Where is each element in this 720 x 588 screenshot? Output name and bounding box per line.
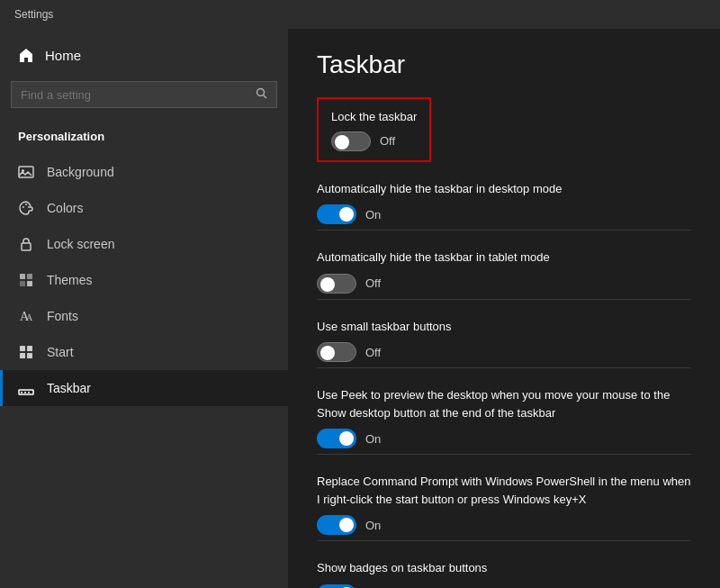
sidebar-item-lockscreen[interactable]: Lock screen — [0, 226, 288, 262]
toggle-knob-small-buttons — [320, 346, 335, 360]
search-input[interactable] — [21, 88, 248, 102]
sidebar-item-label: Fonts — [47, 309, 78, 323]
svg-rect-11 — [27, 281, 32, 286]
nav-items: Background Colors Lock screen Themes AA … — [0, 154, 288, 406]
toggle-row-badges: On — [317, 584, 691, 589]
svg-rect-17 — [27, 353, 32, 358]
sidebar-home-label: Home — [45, 48, 81, 63]
toggle-row-hide-desktop: On — [317, 204, 691, 224]
search-container[interactable] — [11, 81, 277, 108]
image-icon — [18, 164, 34, 180]
sidebar-item-colors[interactable]: Colors — [0, 190, 288, 226]
theme-icon — [18, 272, 34, 288]
toggle-peek-preview[interactable] — [317, 429, 356, 448]
sidebar-item-start[interactable]: Start — [0, 334, 288, 370]
sidebar-item-label: Themes — [47, 273, 93, 287]
divider — [317, 454, 691, 455]
toggle-lock-taskbar[interactable] — [331, 131, 371, 151]
svg-point-5 — [25, 204, 27, 205]
content-area: Taskbar Lock the taskbar Off Automatical… — [288, 29, 720, 588]
toggle-state-peek-preview: On — [365, 432, 381, 446]
svg-rect-9 — [27, 274, 32, 279]
svg-rect-7 — [22, 243, 31, 250]
sidebar-item-home[interactable]: Home — [0, 36, 288, 74]
svg-point-4 — [22, 206, 24, 208]
setting-badges: Show badges on taskbar buttons On — [317, 559, 691, 588]
lock-icon — [18, 236, 34, 252]
svg-rect-20 — [24, 392, 26, 394]
toggle-hide-desktop[interactable] — [317, 204, 356, 224]
divider — [317, 230, 691, 231]
page-title: Taskbar — [317, 50, 691, 79]
toggle-knob-peek-preview — [339, 431, 354, 446]
toggle-knob-lock-taskbar — [335, 135, 349, 149]
sidebar-item-taskbar[interactable]: Taskbar — [0, 370, 288, 406]
toggle-row-peek-preview: On — [317, 429, 691, 448]
sidebar-item-label: Background — [47, 165, 114, 179]
setting-hide-tablet: Automatically hide the taskbar in tablet… — [317, 249, 691, 300]
toggle-small-buttons[interactable] — [317, 342, 356, 362]
svg-point-6 — [28, 206, 30, 208]
svg-text:A: A — [26, 312, 33, 322]
toggle-state-lock-taskbar: Off — [380, 134, 395, 148]
toggle-row-small-buttons: Off — [317, 342, 691, 362]
sidebar-item-label: Taskbar — [47, 381, 91, 395]
svg-rect-15 — [27, 346, 32, 351]
toggle-state-hide-desktop: On — [365, 208, 381, 222]
setting-lock-taskbar: Lock the taskbar Off — [317, 97, 431, 162]
toggle-knob-hide-tablet — [320, 277, 335, 292]
setting-label-badges: Show badges on taskbar buttons — [317, 559, 691, 577]
setting-label-powershell-replace: Replace Command Prompt with Windows Powe… — [317, 473, 691, 508]
toggle-state-powershell-replace: On — [365, 519, 381, 532]
toggle-row-lock-taskbar: Off — [331, 131, 417, 151]
setting-powershell-replace: Replace Command Prompt with Windows Powe… — [317, 473, 691, 541]
palette-icon — [18, 200, 34, 216]
setting-label-hide-tablet: Automatically hide the taskbar in tablet… — [317, 249, 691, 267]
setting-hide-desktop: Automatically hide the taskbar in deskto… — [317, 180, 691, 231]
setting-label-lock-taskbar: Lock the taskbar — [331, 108, 417, 126]
sidebar-item-background[interactable]: Background — [0, 154, 288, 190]
sidebar-item-label: Start — [47, 345, 74, 359]
toggle-knob-powershell-replace — [339, 518, 354, 532]
toggle-state-small-buttons: Off — [365, 346, 381, 359]
divider — [317, 540, 691, 541]
divider — [317, 367, 691, 368]
toggle-row-powershell-replace: On — [317, 515, 691, 535]
divider — [317, 299, 691, 300]
section-label: Personalization — [0, 122, 288, 154]
setting-peek-preview: Use Peek to preview the desktop when you… — [317, 386, 691, 455]
svg-rect-14 — [20, 346, 25, 351]
sidebar-item-fonts[interactable]: AA Fonts — [0, 298, 288, 334]
setting-label-peek-preview: Use Peek to preview the desktop when you… — [317, 386, 691, 421]
svg-rect-16 — [20, 353, 25, 358]
title-bar-label: Settings — [14, 8, 53, 21]
search-icon — [256, 87, 267, 102]
svg-rect-8 — [20, 274, 25, 279]
toggle-knob-hide-desktop — [339, 207, 354, 222]
svg-rect-21 — [28, 392, 30, 394]
font-icon: AA — [18, 308, 34, 324]
taskbar-icon — [18, 380, 34, 396]
title-bar: Settings — [0, 0, 720, 29]
settings-container: Lock the taskbar Off Automatically hide … — [317, 97, 691, 588]
setting-label-small-buttons: Use small taskbar buttons — [317, 318, 691, 336]
svg-point-0 — [257, 89, 265, 96]
toggle-hide-tablet[interactable] — [317, 274, 356, 294]
toggle-state-hide-tablet: Off — [365, 276, 381, 290]
sidebar-item-label: Colors — [47, 201, 83, 215]
toggle-row-hide-tablet: Off — [317, 274, 691, 294]
start-icon — [18, 344, 34, 360]
home-icon — [18, 47, 34, 63]
sidebar: Home Personalization Background Colors — [0, 29, 288, 588]
sidebar-item-label: Lock screen — [47, 237, 114, 251]
setting-label-hide-desktop: Automatically hide the taskbar in deskto… — [317, 180, 691, 198]
sidebar-item-themes[interactable]: Themes — [0, 262, 288, 298]
setting-small-buttons: Use small taskbar buttons Off — [317, 318, 691, 369]
svg-rect-19 — [21, 392, 22, 394]
svg-rect-10 — [20, 281, 25, 286]
svg-line-1 — [264, 95, 267, 99]
toggle-badges[interactable] — [317, 584, 356, 589]
toggle-powershell-replace[interactable] — [317, 515, 356, 535]
